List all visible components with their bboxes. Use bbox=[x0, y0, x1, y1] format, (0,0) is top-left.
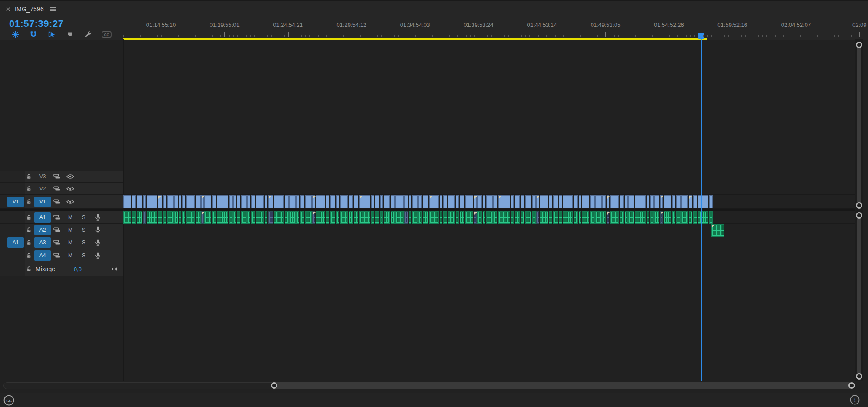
info-icon[interactable] bbox=[850, 395, 860, 405]
video-clip[interactable] bbox=[182, 195, 185, 208]
video-clip[interactable] bbox=[137, 195, 142, 208]
video-clip[interactable] bbox=[456, 195, 459, 208]
audio-clip[interactable] bbox=[182, 211, 185, 224]
sequence-tab-title[interactable]: IMG_7596 bbox=[15, 6, 44, 13]
add-marker-icon[interactable] bbox=[61, 29, 79, 39]
video-clip[interactable] bbox=[654, 195, 659, 208]
mute-button[interactable]: M bbox=[68, 240, 75, 246]
track-lane-v3[interactable] bbox=[123, 171, 856, 183]
video-clip[interactable] bbox=[163, 195, 166, 208]
video-clip[interactable] bbox=[204, 195, 211, 208]
audio-clip[interactable] bbox=[515, 211, 520, 224]
lock-icon[interactable] bbox=[26, 214, 32, 220]
audio-clip[interactable] bbox=[620, 211, 624, 224]
audio-clip[interactable] bbox=[443, 211, 447, 224]
video-clip[interactable] bbox=[607, 195, 609, 208]
audio-clip[interactable] bbox=[681, 211, 688, 224]
audio-clip[interactable] bbox=[380, 211, 383, 224]
solo-button[interactable]: S bbox=[82, 227, 88, 233]
audio-clip[interactable] bbox=[132, 211, 136, 224]
audio-clip[interactable] bbox=[559, 211, 562, 224]
video-clip[interactable] bbox=[610, 195, 619, 208]
lock-icon[interactable] bbox=[26, 174, 32, 180]
video-clip[interactable] bbox=[312, 195, 315, 208]
video-clip[interactable] bbox=[525, 195, 531, 208]
audio-clip[interactable] bbox=[536, 211, 539, 224]
audio-clip[interactable] bbox=[574, 211, 578, 224]
video-clip[interactable] bbox=[340, 195, 348, 208]
audio-clip[interactable] bbox=[384, 211, 390, 224]
audio-clip[interactable] bbox=[359, 211, 370, 224]
video-clip[interactable] bbox=[443, 195, 447, 208]
video-clip[interactable] bbox=[460, 195, 464, 208]
audio-clip[interactable] bbox=[196, 211, 201, 224]
video-clip[interactable] bbox=[349, 195, 353, 208]
audio-clip[interactable] bbox=[256, 211, 264, 224]
video-clip[interactable] bbox=[579, 195, 581, 208]
track-lane-master[interactable] bbox=[123, 262, 856, 276]
solo-button[interactable]: S bbox=[82, 240, 88, 246]
panel-menu-icon[interactable] bbox=[50, 7, 56, 12]
audio-clip[interactable] bbox=[330, 211, 335, 224]
audio-clip[interactable] bbox=[274, 211, 284, 224]
timeline-zoom-handle-left[interactable] bbox=[271, 382, 277, 389]
video-clip[interactable] bbox=[521, 195, 524, 208]
video-clip[interactable] bbox=[474, 195, 477, 208]
video-zoom-handle-top[interactable] bbox=[856, 42, 862, 48]
audio-clip[interactable] bbox=[465, 211, 473, 224]
audio-clip[interactable] bbox=[511, 211, 514, 224]
video-clip[interactable] bbox=[296, 195, 299, 208]
video-clip[interactable] bbox=[486, 195, 493, 208]
video-clip[interactable] bbox=[635, 195, 646, 208]
sync-lock-icon[interactable] bbox=[53, 240, 60, 246]
lock-icon[interactable] bbox=[26, 227, 32, 233]
voiceover-mic-icon[interactable] bbox=[95, 214, 101, 221]
audio-clip[interactable] bbox=[391, 211, 395, 224]
toggle-output-eye-icon[interactable] bbox=[66, 186, 74, 191]
audio-clip[interactable] bbox=[296, 211, 299, 224]
video-clip[interactable] bbox=[582, 195, 589, 208]
master-track-label[interactable]: Mixage bbox=[36, 266, 55, 272]
video-clip[interactable] bbox=[418, 195, 422, 208]
video-clip[interactable] bbox=[574, 195, 578, 208]
video-clip[interactable] bbox=[511, 195, 514, 208]
audio-clip[interactable] bbox=[143, 211, 146, 224]
audio-clip[interactable] bbox=[602, 211, 606, 224]
source-patch-v1[interactable]: V1 bbox=[7, 197, 24, 207]
audio-clip[interactable] bbox=[423, 211, 428, 224]
video-clip[interactable] bbox=[515, 195, 520, 208]
master-volume-value[interactable]: 0,0 bbox=[74, 266, 82, 272]
solo-button[interactable]: S bbox=[82, 253, 88, 259]
playhead-timecode[interactable]: 01:57:39:27 bbox=[9, 18, 63, 30]
audio-clip[interactable] bbox=[582, 211, 589, 224]
voiceover-mic-icon[interactable] bbox=[95, 252, 101, 259]
video-clip[interactable] bbox=[359, 195, 370, 208]
audio-clip[interactable] bbox=[521, 211, 524, 224]
audio-clip[interactable] bbox=[610, 211, 619, 224]
video-clip[interactable] bbox=[241, 195, 247, 208]
audio-clip[interactable] bbox=[474, 211, 477, 224]
video-clip[interactable] bbox=[429, 195, 439, 208]
video-zoom-handle-bottom[interactable] bbox=[856, 202, 862, 209]
audio-clip[interactable] bbox=[137, 211, 142, 224]
video-clip[interactable] bbox=[620, 195, 624, 208]
video-clip[interactable] bbox=[158, 195, 162, 208]
video-clip[interactable] bbox=[371, 195, 374, 208]
audio-clip[interactable] bbox=[532, 211, 536, 224]
audio-clip[interactable] bbox=[158, 211, 162, 224]
video-clip[interactable] bbox=[602, 195, 606, 208]
video-clip[interactable] bbox=[563, 195, 573, 208]
video-clip[interactable] bbox=[289, 195, 296, 208]
audio-clip[interactable] bbox=[590, 211, 595, 224]
audio-clip[interactable] bbox=[448, 211, 455, 224]
audio-clip[interactable] bbox=[460, 211, 464, 224]
audio-clip[interactable] bbox=[371, 211, 374, 224]
video-clip[interactable] bbox=[305, 195, 312, 208]
lock-icon[interactable] bbox=[26, 240, 32, 246]
video-clip[interactable] bbox=[440, 195, 442, 208]
voiceover-mic-icon[interactable] bbox=[95, 239, 101, 246]
audio-clip[interactable] bbox=[229, 211, 233, 224]
audio-clip[interactable] bbox=[174, 211, 178, 224]
audio-clip[interactable] bbox=[237, 211, 240, 224]
lock-icon[interactable] bbox=[26, 266, 32, 272]
